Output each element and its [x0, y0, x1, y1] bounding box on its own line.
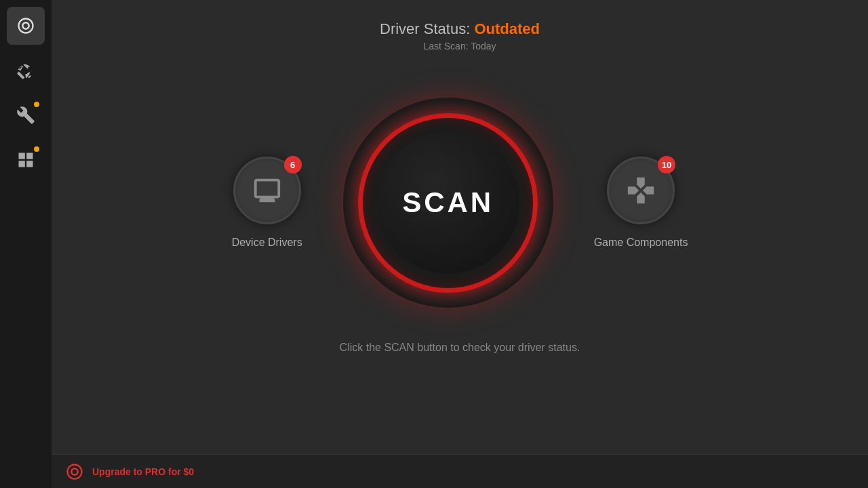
- game-components-icon-wrapper: 10: [607, 157, 675, 224]
- driver-status-section: Driver Status: Outdated Last Scan: Today: [380, 20, 540, 52]
- upgrade-bar[interactable]: Upgrade to PRO for $0: [52, 454, 868, 488]
- grid-icon: [16, 150, 35, 169]
- upgrade-icon: [65, 462, 84, 481]
- device-drivers-badge: 6: [284, 156, 302, 174]
- instruction-text: Click the SCAN button to check your driv…: [340, 342, 580, 354]
- upgrade-text: Upgrade to PRO for $0: [92, 466, 194, 477]
- apps-dot: [34, 146, 39, 152]
- last-scan-value: Today: [471, 41, 496, 52]
- device-drivers-item[interactable]: 6 Device Drivers: [232, 157, 302, 249]
- fix-dot: [34, 102, 39, 107]
- last-scan: Last Scan: Today: [380, 41, 540, 52]
- game-components-item[interactable]: 10 Game Components: [594, 157, 688, 249]
- game-components-label: Game Components: [594, 237, 688, 249]
- scan-button[interactable]: SCAN: [377, 131, 519, 274]
- wrench-icon: [16, 106, 35, 125]
- lifesaver-icon: [16, 16, 35, 35]
- device-drivers-label: Device Drivers: [232, 237, 302, 249]
- instruction-content: Click the SCAN button to check your driv…: [340, 342, 580, 353]
- last-scan-label: Last Scan:: [423, 41, 468, 52]
- status-label: Driver Status:: [380, 20, 470, 37]
- driver-status-title: Driver Status: Outdated: [380, 20, 540, 38]
- sidebar-item-fix[interactable]: [7, 96, 45, 134]
- sidebar-item-apps[interactable]: [7, 141, 45, 179]
- scan-outer-ring: SCAN: [343, 98, 553, 308]
- status-value: Outdated: [474, 20, 540, 37]
- sidebar-item-home[interactable]: [7, 7, 45, 45]
- sidebar-item-boost[interactable]: [7, 52, 45, 89]
- gamepad-icon: [625, 175, 656, 206]
- sidebar: [0, 0, 52, 488]
- scan-button-label: SCAN: [402, 186, 494, 219]
- main-content: Driver Status: Outdated Last Scan: Today…: [52, 0, 868, 488]
- icons-row: 6 Device Drivers SCAN 10 Game Components: [232, 98, 688, 308]
- game-components-badge: 10: [658, 156, 675, 174]
- rocket-icon: [16, 61, 35, 80]
- scan-ring: SCAN: [358, 113, 538, 293]
- device-drivers-icon-wrapper: 6: [233, 157, 301, 224]
- monitor-icon: [252, 175, 283, 206]
